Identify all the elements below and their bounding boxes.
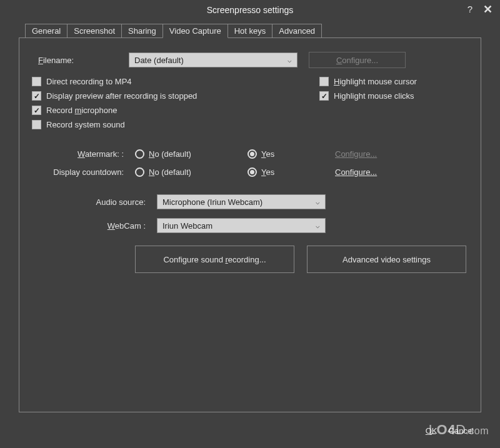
radio-icon <box>248 167 257 177</box>
audio-source-combo[interactable]: Microphone (Iriun Webcam) ⌵ <box>157 194 326 209</box>
webcam-label: WebCam : <box>32 221 157 231</box>
radio-icon <box>248 149 257 159</box>
webcam-value: Iriun Webcam <box>162 221 212 231</box>
tab-advanced[interactable]: Advanced <box>272 24 322 37</box>
chevron-down-icon: ⌵ <box>316 222 320 230</box>
titlebar: Screenpresso settings ? ✕ <box>0 0 500 20</box>
dialog-buttons: OK Cancel <box>426 426 474 436</box>
ok-button[interactable]: OK <box>426 426 438 436</box>
countdown-configure-link[interactable]: Configure... <box>335 167 377 177</box>
checkbox-icon <box>32 120 41 129</box>
window-title: Screenpresso settings <box>207 5 294 15</box>
checkbox-icon <box>32 106 41 115</box>
close-icon[interactable]: ✕ <box>483 2 492 16</box>
countdown-label: Display countdown: <box>32 167 135 177</box>
watermark-radio-no[interactable]: No (default) <box>135 149 222 159</box>
checkbox-icon <box>32 77 41 86</box>
checkbox-group: Direct recording to MP4 Display preview … <box>32 77 468 134</box>
filename-row: Filename: Date (default) ⌵ Configure... <box>32 52 468 68</box>
chevron-down-icon: ⌵ <box>288 56 292 64</box>
tab-sharing[interactable]: Sharing <box>121 24 163 37</box>
radio-icon <box>135 167 144 177</box>
checkbox-direct-mp4[interactable]: Direct recording to MP4 <box>32 77 319 86</box>
bottom-button-row: Configure sound recording... Advanced vi… <box>32 246 468 273</box>
configure-sound-button[interactable]: Configure sound recording... <box>135 246 294 273</box>
audio-source-row: Audio source: Microphone (Iriun Webcam) … <box>32 194 468 209</box>
checkbox-icon <box>319 77 329 86</box>
webcam-row: WebCam : Iriun Webcam ⌵ <box>32 218 468 233</box>
checkbox-highlight-cursor[interactable]: Highlight mouse cursor <box>319 77 468 86</box>
advanced-video-button[interactable]: Advanced video settings <box>307 246 466 273</box>
radio-icon <box>135 149 144 159</box>
help-icon[interactable]: ? <box>468 4 472 14</box>
checkbox-display-preview[interactable]: Display preview after recording is stopp… <box>32 91 319 101</box>
filename-value: Date (default) <box>134 56 184 65</box>
filename-label: Filename: <box>32 56 129 65</box>
countdown-row: Display countdown: No (default) Yes Conf… <box>32 167 468 177</box>
countdown-radio-no[interactable]: No (default) <box>135 167 222 177</box>
checkbox-record-mic[interactable]: Record microphone <box>32 106 319 115</box>
checkbox-highlight-clicks[interactable]: Highlight mouse clicks <box>319 91 468 101</box>
watermark-label: Watermark: : <box>32 149 135 159</box>
audio-source-value: Microphone (Iriun Webcam) <box>162 197 262 207</box>
tab-hot-keys[interactable]: Hot keys <box>228 24 273 37</box>
tab-screenshot[interactable]: Screenshot <box>67 24 122 37</box>
countdown-radio-yes[interactable]: Yes <box>248 167 310 177</box>
chevron-down-icon: ⌵ <box>316 198 320 206</box>
watermark-radio-yes[interactable]: Yes <box>248 149 310 159</box>
filename-combo[interactable]: Date (default) ⌵ <box>129 52 298 67</box>
checkbox-icon <box>32 91 41 101</box>
watermark-configure-link: Configure... <box>335 149 377 159</box>
tab-general[interactable]: General <box>25 24 68 37</box>
watermark-row: Watermark: : No (default) Yes Configure.… <box>32 149 468 159</box>
tab-strip: General Screenshot Sharing Video Capture… <box>0 20 500 37</box>
filename-configure-button[interactable]: Configure... <box>309 52 406 68</box>
checkbox-record-system[interactable]: Record system sound <box>32 120 319 129</box>
tab-panel: Filename: Date (default) ⌵ Configure... … <box>19 37 481 412</box>
tab-video-capture[interactable]: Video Capture <box>162 24 228 38</box>
audio-source-label: Audio source: <box>32 197 157 207</box>
checkbox-icon <box>319 91 329 101</box>
cancel-button[interactable]: Cancel <box>449 426 474 436</box>
webcam-combo[interactable]: Iriun Webcam ⌵ <box>157 218 326 233</box>
